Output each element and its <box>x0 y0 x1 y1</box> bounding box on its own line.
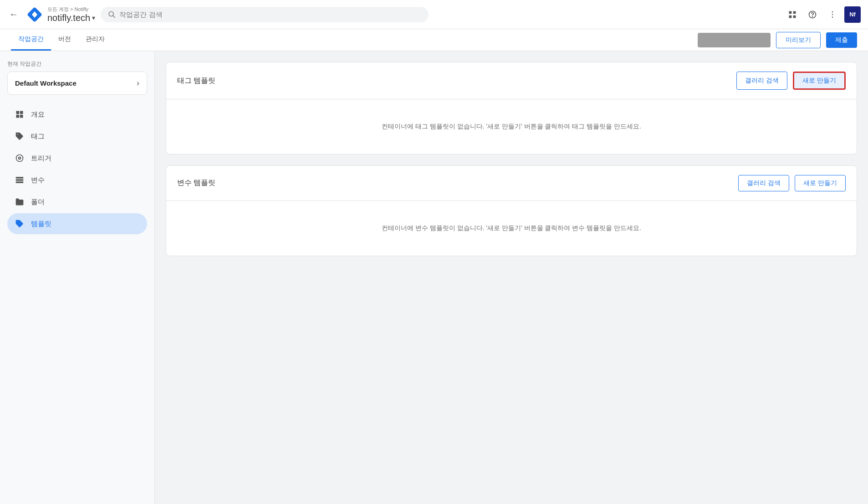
variable-icon <box>15 175 24 185</box>
sidebar-item-label-folder: 폴더 <box>31 198 45 206</box>
svg-rect-14 <box>16 115 20 118</box>
workspace-selector[interactable]: Default Workspace › <box>7 72 147 95</box>
svg-rect-4 <box>793 11 796 14</box>
svg-line-2 <box>113 15 115 17</box>
svg-rect-20 <box>16 177 24 178</box>
variable-create-button[interactable]: 새로 만들기 <box>795 175 846 191</box>
variable-template-section: 변수 템플릿 갤러리 검색 새로 만들기 컨테이너에 변수 템플릿이 없습니다.… <box>166 165 857 256</box>
sidebar-item-trigger[interactable]: 트리거 <box>7 148 147 169</box>
sidebar-item-label-overview: 개요 <box>31 110 45 119</box>
tab-version[interactable]: 버전 <box>51 29 78 51</box>
overview-icon <box>15 110 24 119</box>
search-bar <box>101 7 429 22</box>
sidebar: 현재 작업공간 Default Workspace › 개요 <box>0 51 155 504</box>
submit-button[interactable]: 제출 <box>826 32 857 48</box>
svg-point-10 <box>832 14 833 15</box>
variable-template-actions: 갤러리 검색 새로 만들기 <box>738 175 846 191</box>
variable-template-empty-message: 컨테이너에 변수 템플릿이 없습니다. '새로 만들기' 버튼을 클릭하여 변수… <box>382 224 641 231</box>
svg-point-9 <box>832 11 833 12</box>
variable-template-title: 변수 템플릿 <box>177 178 215 188</box>
tag-template-title: 태그 템플릿 <box>177 76 215 86</box>
logo-icon <box>26 5 44 24</box>
sidebar-item-label-template: 템플릿 <box>31 220 51 228</box>
svg-rect-3 <box>789 11 792 14</box>
template-icon <box>15 219 24 228</box>
tag-template-section: 태그 템플릿 갤러리 검색 새로 만들기 컨테이너에 태그 템플릿이 없습니다.… <box>166 62 857 154</box>
more-icon-button[interactable] <box>824 6 841 23</box>
workspace-section-label: 현재 작업공간 <box>7 60 147 68</box>
svg-rect-15 <box>20 115 23 118</box>
sidebar-item-label-variable: 변수 <box>31 176 45 185</box>
tag-create-button[interactable]: 새로 만들기 <box>793 72 846 90</box>
top-header: ← 모든 계정 > Notifly notifly.tech ▾ <box>0 0 868 29</box>
svg-rect-21 <box>16 179 24 180</box>
logo-title: notifly.tech ▾ <box>47 13 95 23</box>
trigger-icon <box>15 154 24 163</box>
workspace-arrow-icon: › <box>137 78 139 88</box>
sidebar-item-variable[interactable]: 변수 <box>7 170 147 190</box>
search-input[interactable] <box>119 10 421 18</box>
sub-header-actions: 미리보기 제출 <box>698 32 857 48</box>
svg-point-19 <box>19 158 20 159</box>
sidebar-item-label-trigger: 트리거 <box>31 154 51 163</box>
svg-rect-12 <box>16 111 20 114</box>
help-icon <box>808 10 817 19</box>
svg-point-11 <box>832 16 833 18</box>
tag-template-body: 컨테이너에 태그 템플릿이 없습니다. '새로 만들기' 버튼을 클릭하여 태그… <box>166 99 857 154</box>
search-icon <box>108 10 116 19</box>
tag-template-empty-message: 컨테이너에 태그 템플릿이 없습니다. '새로 만들기' 버튼을 클릭하여 태그… <box>382 123 641 130</box>
main-layout: 현재 작업공간 Default Workspace › 개요 <box>0 51 868 504</box>
sidebar-item-folder[interactable]: 폴더 <box>7 191 147 212</box>
avatar[interactable]: Nf <box>844 6 861 23</box>
sub-header: 작업공간 버전 관리자 미리보기 제출 <box>0 29 868 51</box>
variable-gallery-search-button[interactable]: 갤러리 검색 <box>738 175 789 191</box>
svg-point-8 <box>812 16 813 16</box>
sidebar-item-overview[interactable]: 개요 <box>7 104 147 125</box>
variable-template-header: 변수 템플릿 갤러리 검색 새로 만들기 <box>166 166 857 201</box>
svg-rect-13 <box>20 111 23 114</box>
more-icon <box>828 10 837 19</box>
tab-workspace[interactable]: 작업공간 <box>11 29 51 51</box>
tag-gallery-search-button[interactable]: 갤러리 검색 <box>736 72 787 90</box>
tag-template-header: 태그 템플릿 갤러리 검색 새로 만들기 <box>166 62 857 99</box>
svg-rect-5 <box>789 15 792 18</box>
logo-area[interactable]: 모든 계정 > Notifly notifly.tech ▾ <box>26 5 95 24</box>
sidebar-item-template[interactable]: 템플릿 <box>7 213 147 234</box>
grid-icon-button[interactable] <box>784 6 801 23</box>
tab-admin[interactable]: 관리자 <box>78 29 112 51</box>
gray-placeholder <box>698 33 771 47</box>
variable-template-body: 컨테이너에 변수 템플릿이 없습니다. '새로 만들기' 버튼을 클릭하여 변수… <box>166 201 857 256</box>
workspace-name: Default Workspace <box>15 79 77 87</box>
breadcrumb: 모든 계정 > Notifly <box>47 6 95 13</box>
folder-icon <box>15 197 24 206</box>
content-area: 태그 템플릿 갤러리 검색 새로 만들기 컨테이너에 태그 템플릿이 없습니다.… <box>155 51 868 504</box>
tag-icon <box>15 132 24 141</box>
svg-rect-6 <box>793 15 796 18</box>
sidebar-item-tag[interactable]: 태그 <box>7 126 147 147</box>
help-icon-button[interactable] <box>804 6 821 23</box>
preview-button[interactable]: 미리보기 <box>776 32 821 48</box>
tag-template-actions: 갤러리 검색 새로 만들기 <box>736 72 846 90</box>
sidebar-item-label-tag: 태그 <box>31 132 45 141</box>
logo-caret: ▾ <box>92 14 95 21</box>
back-button[interactable]: ← <box>7 7 20 21</box>
header-icons: Nf <box>784 6 861 23</box>
grid-icon <box>788 10 797 19</box>
svg-rect-22 <box>16 181 24 183</box>
